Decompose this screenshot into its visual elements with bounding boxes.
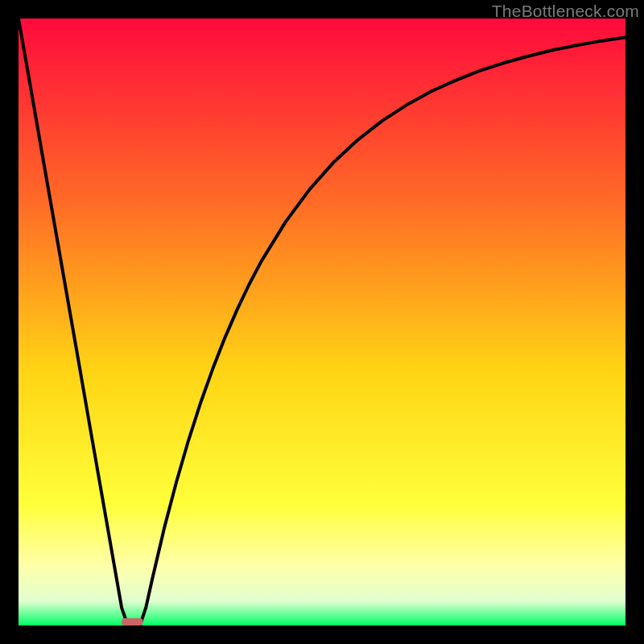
chart-frame: [19, 19, 625, 625]
minimum-marker: [122, 618, 142, 625]
watermark-text: TheBottleneck.com: [492, 2, 639, 21]
bottleneck-chart: [19, 19, 625, 625]
